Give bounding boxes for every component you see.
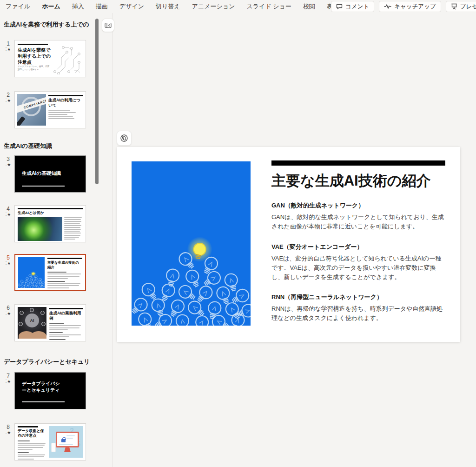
animation-star-icon xyxy=(2,261,14,266)
slide-row-5: 5 主要な生成AI技術の紹介 xyxy=(2,254,86,291)
placeholder-text-lines xyxy=(47,281,82,288)
slide-meta-7: 7 xyxy=(2,372,14,409)
slide-number: 4 xyxy=(2,206,14,212)
slide-number: 5 xyxy=(2,254,14,261)
slide-meta-1: 1 xyxy=(2,40,14,77)
thumb2-title: 生成AIの利用について xyxy=(48,98,83,108)
placeholder-text-lines xyxy=(49,332,83,338)
lock-icon xyxy=(61,439,66,442)
slide-thumbnail-8[interactable]: データ収集と保存の注意点 2 5 xyxy=(14,423,86,460)
placeholder-text-lines xyxy=(47,290,82,291)
copilot-icon xyxy=(120,134,128,142)
slide-editing-area: 主要な生成AI技術の紹介 GAN（敵対的生成ネットワーク） GANは、敵対的な生… xyxy=(113,13,476,467)
section-vae: VAE（変分オートエンコーダー） VAEは、変分的自己符号化器として知られている… xyxy=(271,243,445,282)
slide-thumbnail-7[interactable]: データプライバシーとセキュリティ xyxy=(14,372,86,409)
underline xyxy=(22,186,65,187)
slide-thumbnail-5-selected[interactable]: 主要な生成AI技術の紹介 xyxy=(14,254,86,291)
slide-row-1: 1 生成AIを業務で利用する上での注意点 データプライバシー、偏見、品質課題につ… xyxy=(2,40,86,77)
placeholder-text-lines xyxy=(47,272,82,279)
presentation-icon xyxy=(451,3,457,10)
thumb4-title: 生成AIとは何か xyxy=(18,211,83,215)
animation-star-icon xyxy=(2,212,14,217)
slide-thumbnail-pane: 生成AIを業務で利用する上での 1 生成AIを業務で利用する上での注意点 データ… xyxy=(0,13,112,467)
ribbon-menubar: ファイル ホーム 挿入 描画 デザイン 切り替え アニメーション スライド ショ… xyxy=(0,0,476,13)
slide-row-4: 4 生成AIとは何か xyxy=(2,205,86,242)
section-gan-body[interactable]: GANは、敵対的な生成ネットワークとして知られており、生成された画像が本物に非常… xyxy=(271,213,445,231)
pulse-icon xyxy=(384,4,391,9)
slide-thumbnail-4[interactable]: 生成AIとは何か xyxy=(14,205,86,242)
slide-row-3: 3 生成AIの基礎知識 xyxy=(2,155,86,193)
slide-number: 8 xyxy=(2,424,14,430)
menu-transitions[interactable]: 切り替え xyxy=(156,2,180,11)
slide-number: 1 xyxy=(2,40,14,47)
slide-meta-8: 8 xyxy=(2,423,14,460)
monitor-stand xyxy=(64,447,71,452)
menu-file[interactable]: ファイル xyxy=(6,2,30,11)
menu-slideshow[interactable]: スライド ショー xyxy=(246,2,291,11)
placeholder-text-lines xyxy=(18,440,47,450)
comments-button-label: コメント xyxy=(345,3,369,11)
animation-star-icon xyxy=(2,311,14,316)
slide-meta-6: 6 xyxy=(2,304,14,341)
present-button[interactable]: プレゼンテーショ xyxy=(446,1,476,12)
slide-number: 2 xyxy=(2,92,14,98)
slide-canvas[interactable]: 主要な生成AI技術の紹介 GAN（敵対的生成ネットワーク） GANは、敵対的な生… xyxy=(117,147,460,342)
section-rnn-body[interactable]: RNNは、再帰的な学習構造を持ち、時系列データや自然言語処理などの生成タスクによ… xyxy=(271,304,445,323)
section-vae-heading[interactable]: VAE（変分オートエンコーダー） xyxy=(271,243,445,251)
accent-bar xyxy=(18,208,83,209)
menu-animations[interactable]: アニメーション xyxy=(192,2,235,11)
slide-meta-3: 3 xyxy=(2,155,14,193)
catch-up-button[interactable]: キャッチアップ xyxy=(379,1,441,12)
section-vae-body[interactable]: VAEは、変分的自己符号化器として知られている生成AIの一種です。VAEは、高次… xyxy=(271,254,445,282)
slide-number: 3 xyxy=(2,156,14,162)
title-accent-bar xyxy=(271,160,445,166)
thumb2-text: 生成AIの利用について xyxy=(48,94,83,126)
slide-title[interactable]: 主要な生成AI技術の紹介 xyxy=(271,172,436,190)
slide-meta-2: 2 xyxy=(2,91,14,128)
section-header-1[interactable]: 生成AIを業務で利用する上での xyxy=(4,20,97,29)
slide-row-8: 8 データ収集と保存の注意点 2 5 xyxy=(2,423,86,460)
animation-star-icon xyxy=(2,430,14,435)
slide-thumbnail-3[interactable]: 生成AIの基礎知識 xyxy=(14,155,86,193)
hand-shape xyxy=(31,331,46,339)
slide-meta-4: 4 xyxy=(2,205,14,242)
copilot-button[interactable] xyxy=(117,131,132,146)
menu-review[interactable]: 校閲 xyxy=(303,2,315,11)
slide-thumbnail-6[interactable]: AI 生成AIの業務利用例 xyxy=(14,304,86,341)
slide-lightbulbs-image[interactable] xyxy=(132,161,251,326)
thumb1-text: 生成AIを業務で利用する上での注意点 データプライバシー、偏見、品質課題について… xyxy=(18,44,51,73)
thumb2-compliance-photo: COMPLIANCE xyxy=(17,94,46,126)
placeholder-text-lines xyxy=(64,217,83,241)
thumb7-title: データプライバシーとセキュリティ xyxy=(22,380,63,393)
slide-row-7: 7 データプライバシーとセキュリティ xyxy=(2,372,86,409)
thumb1-title: 生成AIを業務で利用する上での注意点 xyxy=(18,47,51,65)
sidebar-scrollbar[interactable] xyxy=(95,19,99,184)
section-header-2[interactable]: 生成AIの基礎知識 xyxy=(4,142,97,150)
menu-design[interactable]: デザイン xyxy=(119,2,144,11)
icon-dot xyxy=(41,322,46,326)
section-gan-heading[interactable]: GAN（敵対的生成ネットワーク） xyxy=(271,201,445,210)
monitor-shape xyxy=(56,432,79,447)
menu-home[interactable]: ホーム xyxy=(42,2,60,11)
slide-thumbnail-2[interactable]: COMPLIANCE 生成AIの利用について xyxy=(14,91,86,128)
icon-dot xyxy=(40,311,45,315)
collapse-pane-button[interactable] xyxy=(102,19,114,32)
thumb6-title: 生成AIの業務利用例 xyxy=(49,311,83,321)
thumb8-text: データ収集と保存の注意点 xyxy=(18,426,47,458)
comment-icon xyxy=(336,4,343,10)
animation-star-icon xyxy=(2,47,14,52)
magnifier-handle xyxy=(17,116,25,126)
accent-bar xyxy=(48,95,83,96)
slide-thumbnail-1[interactable]: 生成AIを業務で利用する上での注意点 データプライバシー、偏見、品質課題について… xyxy=(14,40,86,77)
animation-star-icon xyxy=(2,98,14,103)
section-header-3[interactable]: データプライバシーとセキュリ xyxy=(4,358,97,366)
thumb5-title: 主要な生成AI技術の紹介 xyxy=(47,260,82,270)
thumb5-text: 主要な生成AI技術の紹介 xyxy=(47,257,82,288)
placeholder-text-lines xyxy=(18,452,47,460)
comments-button[interactable]: コメント xyxy=(331,1,374,12)
section-rnn-heading[interactable]: RNN（再帰型ニューラルネットワーク） xyxy=(271,293,445,301)
menu-insert[interactable]: 挿入 xyxy=(72,2,84,11)
menu-draw[interactable]: 描画 xyxy=(96,2,108,11)
collapse-pane-icon xyxy=(105,22,112,28)
accent-bar xyxy=(49,308,83,309)
